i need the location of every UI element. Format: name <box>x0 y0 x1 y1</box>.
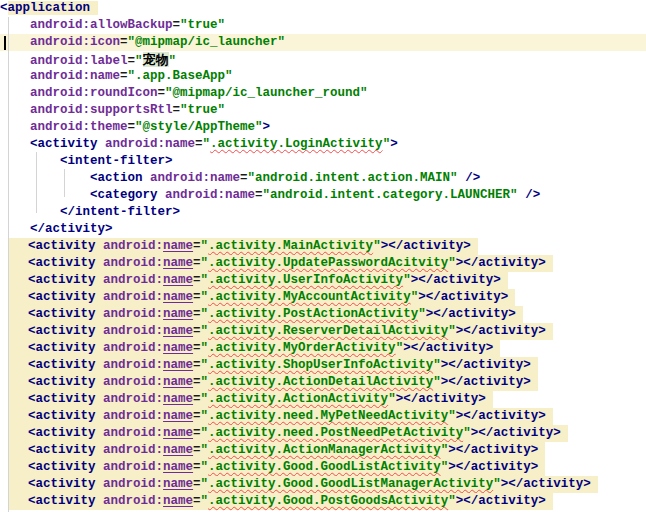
code-line[interactable]: <activity android:name=".activity.ShopUs… <box>0 357 646 374</box>
code-token: " <box>201 392 209 406</box>
code-line[interactable]: </activity> <box>0 221 646 238</box>
code-line[interactable]: <activity android:name=".activity.Reserv… <box>0 323 646 340</box>
code-token: <activity <box>28 273 96 287</box>
code-token: ></activity> <box>403 341 493 355</box>
code-token: ></activity> <box>418 290 508 304</box>
code-editor[interactable]: <application android:allowBackup="true" … <box>0 0 646 512</box>
code-token: android: <box>103 256 163 270</box>
code-token: ></activity> <box>448 443 538 457</box>
code-token: <activity <box>28 409 96 423</box>
code-token: = <box>128 120 136 134</box>
code-token: " <box>201 443 209 457</box>
code-line[interactable]: android:label="宠物" <box>0 51 646 68</box>
code-token: " <box>396 341 404 355</box>
code-token: name <box>163 239 193 253</box>
code-token: .activity.Good.PostGoodsActivity <box>208 494 448 508</box>
code-token: = <box>193 494 201 508</box>
code-token: <activity <box>28 477 96 491</box>
code-token: name <box>163 409 193 423</box>
code-token: ></activity> <box>411 273 501 287</box>
code-token: " <box>201 477 209 491</box>
code-token: <action <box>90 171 143 185</box>
code-token: android:roundIcon <box>30 86 158 100</box>
code-token: application <box>8 1 99 15</box>
code-token: = <box>193 375 201 389</box>
code-token: android:name <box>150 171 240 185</box>
code-line[interactable]: <activity android:name=".activity.MainAc… <box>0 238 646 255</box>
code-line[interactable]: <activity android:name=".activity.UserIn… <box>0 272 646 289</box>
code-line[interactable]: android:allowBackup="true" <box>0 17 646 34</box>
code-token <box>458 171 466 185</box>
code-token <box>96 341 104 355</box>
code-line[interactable]: android:roundIcon="@mipmap/ic_launcher_r… <box>0 85 646 102</box>
code-token: android:name <box>105 137 195 151</box>
code-line[interactable]: <activity android:name=".activity.MyAcco… <box>0 289 646 306</box>
code-token: <category <box>90 188 158 202</box>
code-token: android: <box>103 443 163 457</box>
code-line[interactable]: <activity android:name=".activity.MyOrde… <box>0 340 646 357</box>
code-token: = <box>193 307 201 321</box>
code-line[interactable]: <activity android:name=".activity.Action… <box>0 391 646 408</box>
code-line[interactable]: <activity android:name=".activity.Good.G… <box>0 459 646 476</box>
code-line[interactable]: <action android:name="android.intent.act… <box>0 170 646 187</box>
code-token: .activity.ShopUserInfoActivity <box>208 358 433 372</box>
highlighted-code-span: <activity android:name=".activity.need.P… <box>8 425 568 442</box>
code-token <box>0 86 30 100</box>
code-token: " <box>169 54 177 68</box>
code-line[interactable]: <application <box>0 0 646 17</box>
code-line[interactable]: android:icon="@mipmap/ic_launcher" <box>0 34 646 51</box>
code-token: "true" <box>180 18 225 32</box>
code-token: .activity.ActionManagerActivity <box>208 443 441 457</box>
code-token: " <box>201 307 209 321</box>
code-token: " <box>201 324 209 338</box>
text-caret <box>4 36 6 50</box>
code-line[interactable]: <activity android:name=".activity.need.P… <box>0 425 646 442</box>
code-token: ></activity> <box>381 239 471 253</box>
highlighted-code-span: <activity android:name=".activity.UserIn… <box>8 272 508 289</box>
code-token: name <box>163 324 193 338</box>
code-token: android: <box>103 324 163 338</box>
code-token: <activity <box>28 239 96 253</box>
code-line[interactable]: <category android:name="android.intent.c… <box>0 187 646 204</box>
code-token: name <box>163 307 193 321</box>
code-token: ></activity> <box>448 460 538 474</box>
code-line[interactable]: <activity android:name=".activity.Update… <box>0 255 646 272</box>
code-line[interactable]: android:supportsRtl="true" <box>0 102 646 119</box>
code-token: <activity <box>30 137 98 151</box>
code-token: android: <box>103 392 163 406</box>
code-token: android:theme <box>30 120 128 134</box>
code-token: " <box>201 426 209 440</box>
highlighted-code-span: <activity android:name=".activity.Action… <box>8 391 493 408</box>
code-token: = <box>193 273 201 287</box>
code-token: android:label <box>30 54 128 68</box>
code-line[interactable]: <activity android:name=".activity.Good.G… <box>0 476 646 493</box>
code-token: = <box>193 290 201 304</box>
code-token: " <box>201 239 209 253</box>
code-line[interactable]: <activity android:name=".activity.Action… <box>0 442 646 459</box>
code-token: " <box>201 256 209 270</box>
code-line[interactable]: <activity android:name=".activity.need.M… <box>0 408 646 425</box>
code-line[interactable]: <activity android:name=".activity.LoginA… <box>0 136 646 153</box>
code-token: ></activity> <box>456 324 546 338</box>
code-token <box>0 154 60 168</box>
code-line[interactable]: <activity android:name=".activity.Action… <box>0 374 646 391</box>
code-token: " <box>201 273 209 287</box>
code-line[interactable]: <activity android:name=".activity.Good.P… <box>0 493 646 510</box>
code-token <box>96 239 104 253</box>
highlighted-code-span: <activity android:name=".activity.Action… <box>8 442 545 459</box>
code-token: name <box>163 375 193 389</box>
code-line[interactable]: </intent-filter> <box>0 204 646 221</box>
code-line[interactable]: android:name=".app.BaseApp" <box>0 68 646 85</box>
highlighted-code-span: <activity android:name=".activity.Good.G… <box>8 459 545 476</box>
code-lines: <application android:allowBackup="true" … <box>0 0 646 510</box>
code-token: " <box>418 307 426 321</box>
code-line[interactable]: <activity android:name=".activity.PostAc… <box>0 306 646 323</box>
code-token: .activity.ActionDetailActivity <box>208 375 433 389</box>
code-line[interactable]: <intent-filter> <box>0 153 646 170</box>
code-line[interactable]: android:theme="@style/AppTheme"> <box>0 119 646 136</box>
code-token: ></activity> <box>426 307 516 321</box>
code-token: name <box>163 426 193 440</box>
indent-guide-level-1 <box>8 17 9 512</box>
code-token: = <box>193 409 201 423</box>
code-token: "true" <box>180 103 225 117</box>
